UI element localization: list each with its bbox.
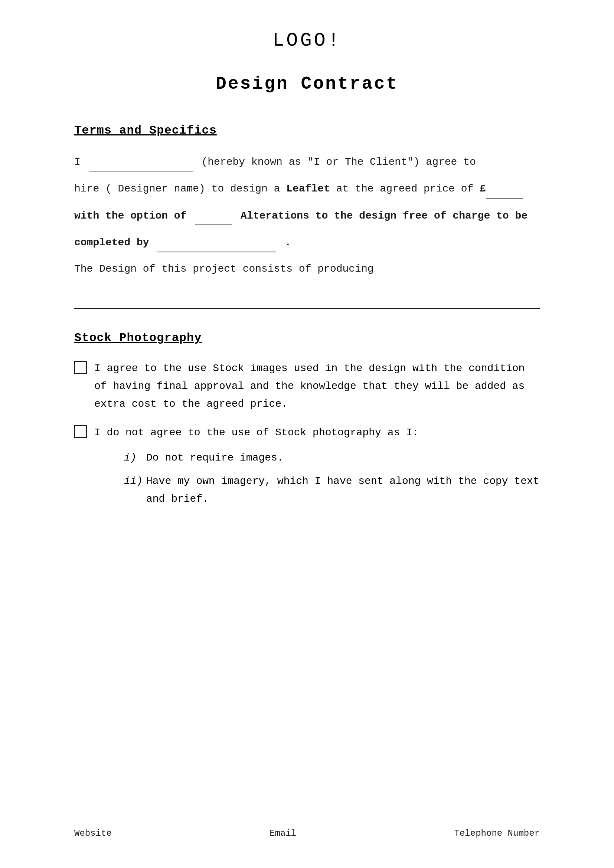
list-item-label-2: ii) (124, 473, 146, 508)
footer-website: Website (74, 828, 112, 838)
list-item-label-1: i) (124, 449, 146, 467)
checkbox-agree-stock: I agree to the use Stock images used in … (74, 360, 540, 413)
pound-symbol: £ (480, 183, 523, 194)
photography-section: Stock Photography I agree to the use Sto… (74, 331, 540, 514)
producing-blank (74, 290, 540, 309)
terms-paragraph-5: The Design of this project consists of p… (74, 260, 540, 278)
client-name-blank (89, 152, 193, 172)
checkbox-1-text: I agree to the use Stock images used in … (94, 360, 540, 413)
terms-body: I (hereby known as "I or The Client") ag… (74, 152, 540, 309)
checkbox-disagree-stock: I do not agree to the use of Stock photo… (74, 424, 540, 514)
product-type: Leaflet (286, 183, 330, 194)
footer: Website Email Telephone Number (74, 828, 540, 838)
stock-photo-reasons-list: i) Do not require images. ii) Have my ow… (124, 449, 540, 508)
terms-heading: Terms and Specifics (74, 124, 540, 137)
list-item-text-2: Have my own imagery, which I have sent a… (146, 473, 540, 508)
logo-section: LOGO! (74, 30, 540, 51)
terms-section: Terms and Specifics I (hereby known as "… (74, 124, 540, 309)
completion-date-blank (157, 232, 276, 252)
logo-text: LOGO! (273, 30, 341, 51)
terms-paragraph-4: completed by . (74, 232, 540, 252)
document-page: LOGO! Design Contract Terms and Specific… (0, 0, 614, 868)
checkbox-2-content: I do not agree to the use of Stock photo… (94, 424, 540, 514)
checkbox-2-text: I do not agree to the use of Stock photo… (94, 427, 419, 438)
list-item: ii) Have my own imagery, which I have se… (124, 473, 540, 508)
price-blank (486, 179, 523, 198)
title-section: Design Contract (74, 74, 540, 94)
terms-paragraph-2: hire ( Designer name) to design a Leafle… (74, 179, 540, 198)
photography-heading: Stock Photography (74, 331, 540, 345)
footer-email: Email (270, 828, 296, 838)
list-item-text-1: Do not require images. (146, 449, 540, 467)
terms-paragraph-1: I (hereby known as "I or The Client") ag… (74, 152, 540, 172)
checkbox-2-symbol[interactable] (74, 425, 87, 438)
terms-paragraph-3: with the option of Alterations to the de… (74, 206, 540, 225)
checkbox-1-symbol[interactable] (74, 361, 87, 374)
alterations-blank (195, 206, 232, 225)
footer-telephone: Telephone Number (454, 828, 540, 838)
contract-title: Design Contract (216, 74, 398, 94)
list-item: i) Do not require images. (124, 449, 540, 467)
